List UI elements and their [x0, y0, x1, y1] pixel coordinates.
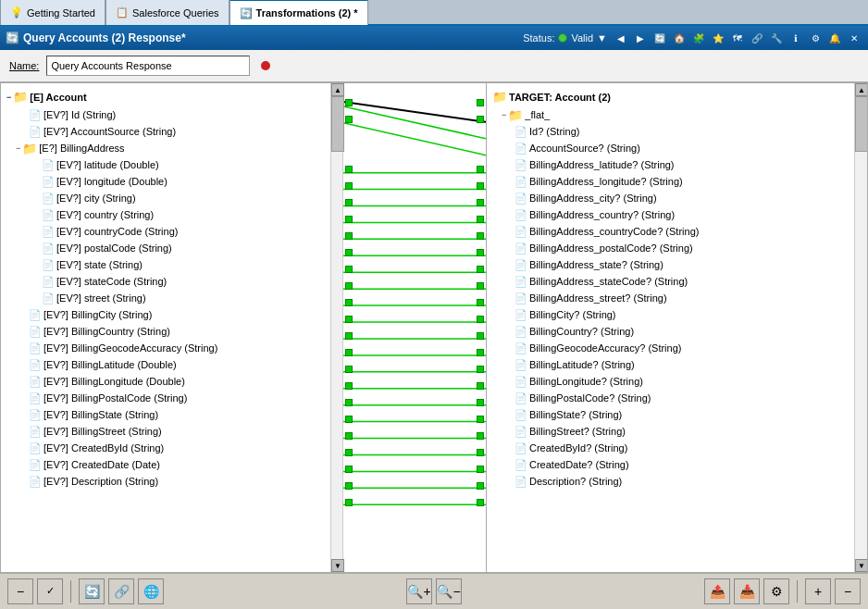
- list-item[interactable]: 📄 CreatedDate? (String): [489, 456, 865, 473]
- expand-btn[interactable]: −: [16, 143, 20, 153]
- conn-dot: [477, 116, 484, 123]
- list-item[interactable]: 📄 [EV?] city (String): [3, 190, 341, 206]
- doc-icon: 📄: [515, 426, 527, 438]
- flat-expand-btn[interactable]: −: [502, 110, 506, 119]
- puzzle-btn[interactable]: 🧩: [690, 30, 707, 46]
- name-input[interactable]: [46, 56, 250, 76]
- list-item[interactable]: 📄 [EV?] latitude (Double): [3, 156, 341, 173]
- list-item[interactable]: 📄 [EV?] Description (String): [3, 473, 341, 490]
- conn-dot-left: [345, 449, 353, 456]
- list-item[interactable]: 📄 [EV?] CreatedDate (Date): [3, 456, 341, 473]
- list-item[interactable]: 📄 [EV?] stateCode (String): [3, 273, 341, 290]
- doc-icon: 📄: [29, 442, 42, 454]
- list-item[interactable]: 📄 BillingAddress_state? (String): [489, 256, 865, 273]
- list-item[interactable]: 📄 [EV?] BillingPostalCode (String): [3, 390, 341, 406]
- list-item[interactable]: 📄 BillingLatitude? (String): [489, 356, 865, 373]
- tab-salesforce-queries[interactable]: 📋 Salesforce Queries: [105, 0, 229, 25]
- tab-transformations[interactable]: 🔄 Transformations (2) *: [229, 0, 368, 25]
- list-item[interactable]: 📄 Description? (String): [489, 473, 865, 490]
- left-scrollbar-down-btn[interactable]: ▼: [331, 559, 344, 572]
- list-item[interactable]: 📄 AccountSource? (String): [489, 140, 865, 156]
- list-item[interactable]: 📄 BillingAddress_postalCode? (String): [489, 240, 865, 256]
- conn-dot: [477, 482, 484, 490]
- list-item[interactable]: 📄 BillingCountry? (String): [489, 323, 865, 340]
- list-item[interactable]: 📄 BillingGeocodeAccuracy? (String): [489, 340, 865, 356]
- list-item[interactable]: 📄 BillingAddress_countryCode? (String): [489, 223, 865, 240]
- scrollbar-down-btn[interactable]: ▼: [855, 559, 867, 572]
- info-btn[interactable]: ℹ: [787, 30, 804, 46]
- target-root: 📁 TARGET: Account (2): [489, 87, 865, 106]
- tool-btn[interactable]: 🔧: [768, 30, 785, 46]
- root-collapse-btn[interactable]: −: [6, 93, 11, 102]
- scrollbar-up-btn[interactable]: ▲: [855, 83, 867, 96]
- list-item[interactable]: 📄 BillingAddress_street? (String): [489, 290, 865, 306]
- list-item[interactable]: 📄 BillingAddress_longitude? (String): [489, 173, 865, 190]
- list-item[interactable]: 📄 [EV?] Id (String): [3, 106, 341, 123]
- list-item[interactable]: 📄 [EV?] street (String): [3, 290, 341, 306]
- list-item[interactable]: 📄 [EV?] BillingCountry (String): [3, 323, 341, 340]
- list-item[interactable]: 📄 [EV?] postalCode (String): [3, 240, 341, 256]
- list-item[interactable]: 📄 [EV?] BillingGeocodeAccuracy (String): [3, 340, 341, 356]
- list-item[interactable]: 📄 BillingStreet? (String): [489, 423, 865, 440]
- expand-btn-2[interactable]: +: [805, 578, 831, 604]
- validate-btn[interactable]: ✓: [37, 578, 63, 604]
- target-btn[interactable]: 📥: [734, 578, 760, 604]
- list-item[interactable]: 📄 BillingAddress_city? (String): [489, 190, 865, 206]
- list-item[interactable]: 📄 [EV?] BillingLatitude (Double): [3, 356, 341, 373]
- zoom-in-btn[interactable]: 🔍+: [406, 578, 432, 604]
- close-btn[interactable]: ✕: [846, 30, 862, 46]
- target-root-label: TARGET: Account (2): [509, 92, 611, 103]
- list-item[interactable]: 📄 Id? (String): [489, 123, 865, 140]
- list-item[interactable]: 📄 BillingCity? (String): [489, 306, 865, 323]
- list-item[interactable]: 📄 BillingLongitude? (String): [489, 373, 865, 390]
- list-item[interactable]: 📄 [EV?] BillingCity (String): [3, 306, 341, 323]
- list-item[interactable]: 📄 BillingState? (String): [489, 406, 865, 423]
- star-btn[interactable]: ⭐: [710, 30, 726, 46]
- list-item[interactable]: 📄 [EV?] AccountSource (String): [3, 123, 341, 140]
- collapse-btn[interactable]: −: [7, 578, 33, 604]
- list-item[interactable]: 📄 [EV?] BillingLongitude (Double): [3, 373, 341, 390]
- left-scrollbar-thumb[interactable]: [331, 96, 344, 152]
- list-item[interactable]: 📄 BillingAddress_latitude? (String): [489, 156, 865, 173]
- left-scrollbar[interactable]: ▲ ▼: [330, 83, 343, 572]
- status-dropdown[interactable]: ▼: [597, 32, 607, 44]
- left-panel-inner[interactable]: − 📁 [E] Account 📄 [EV?] Id (String) 📄 [E…: [1, 83, 342, 572]
- conn-dot-left: [345, 249, 353, 256]
- list-item[interactable]: 📄 [EV?] BillingStreet (String): [3, 423, 341, 440]
- zoom-out-btn[interactable]: 🔍−: [436, 578, 462, 604]
- refresh-source-btn[interactable]: 🔄: [79, 578, 105, 604]
- nav-back-btn[interactable]: ◀: [613, 30, 629, 46]
- alert-btn[interactable]: 🔔: [826, 30, 843, 46]
- list-item[interactable]: 📄 [EV?] state (String): [3, 256, 341, 273]
- map-btn[interactable]: 🗺: [729, 30, 746, 46]
- home-btn[interactable]: 🏠: [671, 30, 688, 46]
- list-item-billing-address[interactable]: − 📁 [E?] BillingAddress: [3, 140, 341, 156]
- conn-dot-left: [345, 466, 353, 473]
- left-scrollbar-up-btn[interactable]: ▲: [331, 83, 344, 96]
- list-item[interactable]: 📄 BillingPostalCode? (String): [489, 390, 865, 406]
- nav-forward-btn[interactable]: ▶: [632, 30, 649, 46]
- source-btn[interactable]: 📤: [704, 578, 730, 604]
- settings-btn-2[interactable]: ⚙: [763, 578, 789, 604]
- collapse-btn-2[interactable]: −: [835, 578, 861, 604]
- tab-getting-started[interactable]: 💡 Getting Started: [0, 0, 105, 25]
- globe-btn[interactable]: 🌐: [138, 578, 164, 604]
- list-item[interactable]: 📄 CreatedById? (String): [489, 440, 865, 456]
- right-scrollbar[interactable]: ▲ ▼: [854, 83, 867, 572]
- list-item[interactable]: 📄 [EV?] longitude (Double): [3, 173, 341, 190]
- refresh-btn[interactable]: 🔄: [651, 30, 668, 46]
- target-flat-item[interactable]: − 📁 _flat_: [489, 106, 865, 123]
- list-item[interactable]: 📄 BillingAddress_country? (String): [489, 206, 865, 223]
- list-item[interactable]: 📄 BillingAddress_stateCode? (String): [489, 273, 865, 290]
- link-btn-2[interactable]: 🔗: [108, 578, 134, 604]
- right-panel-inner[interactable]: 📁 TARGET: Account (2) − 📁 _flat_ 📄 Id? (…: [487, 83, 867, 572]
- settings-btn[interactable]: ⚙: [807, 30, 824, 46]
- link-btn[interactable]: 🔗: [749, 30, 765, 46]
- conn-dot: [477, 449, 484, 456]
- tree-root-account: − 📁 [E] Account: [3, 87, 341, 106]
- list-item[interactable]: 📄 [EV?] countryCode (String): [3, 223, 341, 240]
- list-item[interactable]: 📄 [EV?] BillingState (String): [3, 406, 341, 423]
- list-item[interactable]: 📄 [EV?] country (String): [3, 206, 341, 223]
- scrollbar-thumb[interactable]: [855, 96, 867, 152]
- list-item[interactable]: 📄 [EV?] CreatedById (String): [3, 440, 341, 456]
